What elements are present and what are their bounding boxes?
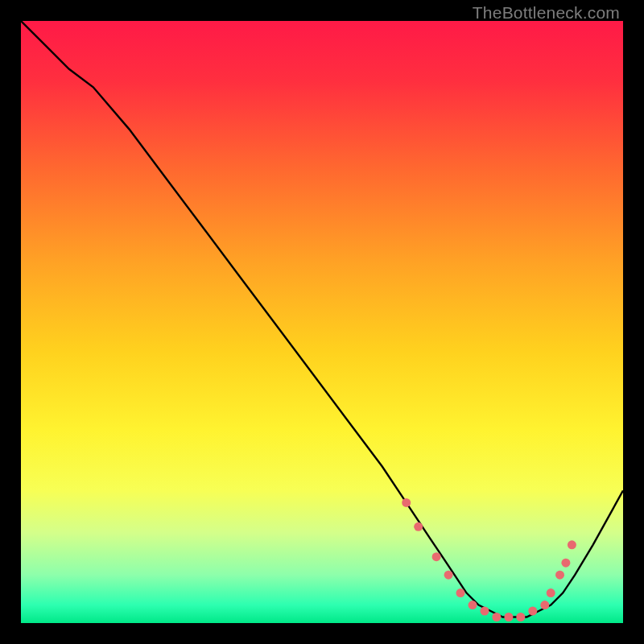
highlight-dot <box>516 613 525 621</box>
watermark-text: TheBottleneck.com <box>473 3 620 23</box>
highlight-dot <box>555 571 564 580</box>
highlight-dot <box>481 607 489 616</box>
gradient-background <box>21 21 623 623</box>
highlight-dot <box>504 613 513 621</box>
highlight-dot <box>432 552 441 561</box>
highlight-dot <box>528 607 537 616</box>
highlight-dot <box>561 559 570 568</box>
highlight-dot <box>469 601 477 609</box>
highlight-dot <box>492 613 501 621</box>
highlight-dot <box>540 601 549 609</box>
highlight-dot <box>444 571 453 580</box>
highlight-dot <box>547 588 555 597</box>
chart-frame <box>21 21 623 623</box>
highlight-dot <box>568 540 576 549</box>
highlight-dot <box>402 498 411 507</box>
bottleneck-chart <box>21 21 623 623</box>
highlight-dot <box>456 588 465 597</box>
highlight-dot <box>414 522 423 531</box>
